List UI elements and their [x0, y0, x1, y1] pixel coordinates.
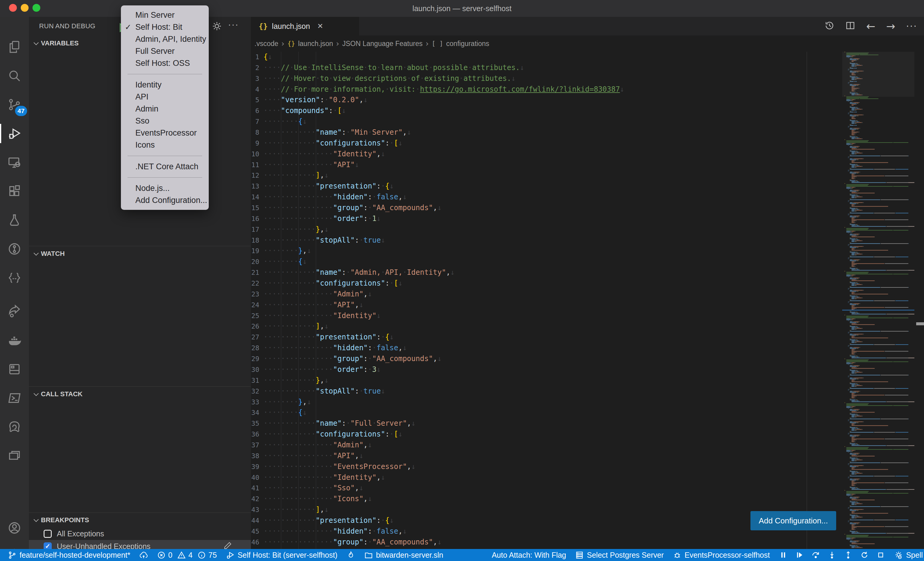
- line-number[interactable]: 2: [251, 63, 259, 73]
- minimap-slider[interactable]: [842, 52, 914, 97]
- line-number[interactable]: 6: [251, 106, 259, 116]
- scrollbar-thumb[interactable]: [916, 322, 924, 325]
- line-number[interactable]: 35: [251, 418, 259, 429]
- line-number[interactable]: 8: [251, 127, 259, 138]
- line-number[interactable]: 23: [251, 289, 259, 300]
- menu-item-icons[interactable]: Icons: [121, 139, 209, 151]
- menu-item-identity[interactable]: Identity: [121, 79, 209, 91]
- line-number[interactable]: 17: [251, 224, 259, 235]
- spell-checker-item[interactable]: Spell: [894, 551, 923, 560]
- line-number[interactable]: 24: [251, 300, 259, 311]
- line-number[interactable]: 21: [251, 267, 259, 278]
- line-number[interactable]: 45: [251, 526, 259, 537]
- line-number[interactable]: 4: [251, 84, 259, 95]
- line-number[interactable]: 31: [251, 375, 259, 386]
- tab-launch-json[interactable]: {} launch.json ✕: [251, 17, 359, 36]
- watch-section-header[interactable]: WATCH: [34, 247, 64, 260]
- line-number[interactable]: 22: [251, 278, 259, 289]
- source-control-icon[interactable]: 47: [0, 91, 29, 118]
- menu-item-admin[interactable]: Admin: [121, 103, 209, 115]
- step-into-icon[interactable]: [828, 551, 837, 560]
- line-number[interactable]: 33: [251, 397, 259, 408]
- menu-item-admin-api-identity[interactable]: Admin, API, Identity: [121, 33, 209, 45]
- search-icon[interactable]: [0, 63, 29, 89]
- problems-item[interactable]: 0 4 75: [157, 551, 217, 560]
- line-number[interactable]: 27: [251, 332, 259, 343]
- line-number[interactable]: 37: [251, 440, 259, 451]
- line-number[interactable]: 9: [251, 138, 259, 149]
- call-stack-section-header[interactable]: CALL STACK: [34, 387, 83, 401]
- powershell-icon[interactable]: [0, 385, 29, 411]
- live-share-icon[interactable]: [0, 298, 29, 325]
- close-tab-icon[interactable]: ✕: [317, 22, 323, 30]
- extensions-icon[interactable]: [0, 178, 29, 205]
- step-over-icon[interactable]: [811, 551, 820, 560]
- line-number[interactable]: 38: [251, 451, 259, 461]
- breadcrumb-launch-json[interactable]: launch.json: [298, 40, 333, 48]
- code-editor[interactable]: 1{↓2····//·Use·IntelliSense·to·learn·abo…: [251, 52, 924, 549]
- views-more-actions-icon[interactable]: ···: [228, 19, 239, 30]
- menu-item-net-core-attach[interactable]: .NET Core Attach: [121, 160, 209, 172]
- postgres-server-item[interactable]: Select Postgres Server: [575, 551, 664, 560]
- restart-icon[interactable]: [860, 551, 869, 560]
- menu-item-min-server[interactable]: Min Server: [121, 9, 209, 21]
- line-number[interactable]: 12: [251, 170, 259, 181]
- line-number[interactable]: 15: [251, 203, 259, 214]
- menu-item-sso[interactable]: Sso: [121, 115, 209, 127]
- line-number[interactable]: 26: [251, 321, 259, 332]
- run-and-debug-icon[interactable]: [0, 120, 29, 147]
- navigate-forward-icon[interactable]: →: [886, 20, 895, 33]
- line-number[interactable]: 32: [251, 386, 259, 397]
- line-number[interactable]: 30: [251, 364, 259, 375]
- menu-item-eventsprocessor[interactable]: EventsProcessor: [121, 127, 209, 139]
- breadcrumb-vscode[interactable]: .vscode: [255, 40, 278, 48]
- line-number[interactable]: 20: [251, 256, 259, 267]
- line-number[interactable]: 10: [251, 149, 259, 160]
- menu-item-self-host-bit[interactable]: ✓Self Host: Bit: [121, 21, 209, 33]
- debug-gear-icon[interactable]: [212, 21, 222, 33]
- pause-icon[interactable]: [779, 551, 788, 560]
- line-number[interactable]: 3: [251, 73, 259, 84]
- line-number[interactable]: 28: [251, 343, 259, 353]
- line-number[interactable]: 1: [251, 52, 259, 63]
- breakpoint-all-exceptions-row[interactable]: All Exceptions: [29, 527, 251, 540]
- explorer-icon[interactable]: [0, 34, 29, 60]
- checkbox-unchecked[interactable]: [44, 530, 52, 538]
- remote-explorer-icon[interactable]: [0, 149, 29, 176]
- line-number[interactable]: 5: [251, 95, 259, 106]
- menu-item-add-configuration[interactable]: Add Configuration...: [121, 194, 209, 206]
- line-number[interactable]: 36: [251, 429, 259, 440]
- line-number[interactable]: 29: [251, 353, 259, 364]
- line-number[interactable]: 41: [251, 483, 259, 494]
- line-number[interactable]: 25: [251, 311, 259, 322]
- menu-item-api[interactable]: API: [121, 91, 209, 103]
- line-number[interactable]: 19: [251, 245, 259, 256]
- menu-item-self-host-oss[interactable]: Self Host: OSS: [121, 57, 209, 69]
- line-number[interactable]: 40: [251, 472, 259, 483]
- docker-icon[interactable]: [0, 327, 29, 353]
- line-number[interactable]: 43: [251, 504, 259, 515]
- split-editor-icon[interactable]: [845, 21, 855, 32]
- line-number[interactable]: 14: [251, 192, 259, 203]
- debug-target-item[interactable]: Self Host: Bit (server-selfhost): [226, 551, 338, 560]
- menu-item-node-js[interactable]: Node.js...: [121, 182, 209, 194]
- json-tools-icon[interactable]: [0, 265, 29, 291]
- git-graph-icon[interactable]: [0, 236, 29, 262]
- variables-section-header[interactable]: VARIABLES: [34, 37, 79, 50]
- postgresql-icon[interactable]: [0, 414, 29, 440]
- line-number[interactable]: 18: [251, 235, 259, 246]
- more-actions-icon[interactable]: ···: [906, 21, 917, 31]
- events-processor-item[interactable]: EventsProcessor-selfhost: [673, 551, 770, 560]
- publish-changes-item[interactable]: [139, 551, 148, 560]
- line-number[interactable]: 7: [251, 116, 259, 127]
- timeline-history-icon[interactable]: [824, 21, 834, 32]
- continue-icon[interactable]: [795, 551, 804, 560]
- windows-layers-icon[interactable]: [0, 443, 29, 469]
- line-number[interactable]: 44: [251, 515, 259, 526]
- storage-icon[interactable]: [0, 356, 29, 382]
- breadcrumb-configurations[interactable]: configurations: [446, 40, 489, 48]
- navigate-back-icon[interactable]: ←: [866, 20, 875, 33]
- line-number[interactable]: 46: [251, 537, 259, 548]
- test-explorer-icon[interactable]: [0, 207, 29, 233]
- account-icon[interactable]: [0, 515, 29, 541]
